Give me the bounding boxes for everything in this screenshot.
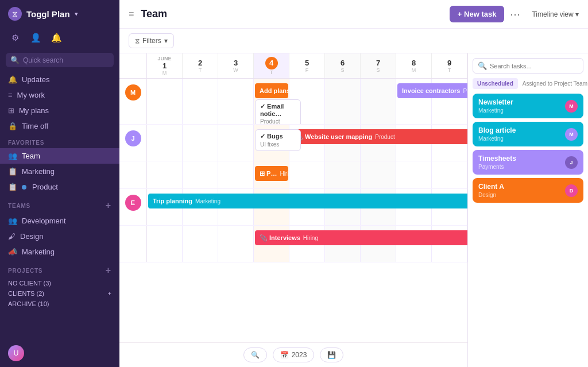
updates-icon: 🔔 (8, 75, 17, 84)
sidebar-item-my-plans[interactable]: ⊞ My plans (0, 103, 119, 118)
app-logo: ⧖ (8, 7, 22, 21)
rp-item-title: Blog article (478, 126, 516, 134)
design-icon: 🖌 (8, 232, 16, 241)
rp-item-newsletter[interactable]: NewsletterMarketingM (473, 94, 583, 118)
main-area: ≡ Team + New task ⋯ Timeline view ▾ ⧖ Fi… (119, 0, 588, 367)
add-project-button[interactable]: + (106, 265, 111, 276)
timeline-col-9: 9T (432, 53, 467, 78)
timeline-body: MAdd plans✓ Email notic…ProductInvoice c… (119, 79, 467, 342)
add-team-button[interactable]: + (106, 200, 111, 211)
task-bar[interactable]: ⊞ P…Hiring (255, 166, 288, 181)
search-input[interactable] (23, 56, 109, 64)
task-bar[interactable]: Add plans (255, 83, 288, 98)
sidebar-item-design[interactable]: 🖌 Design (0, 229, 119, 244)
rp-item-blog_article[interactable]: Blog articleMarketingM (473, 122, 583, 146)
bottom-bar: 🔍 📅 2023 💾 (119, 342, 467, 367)
rp-item-title: Timesheets (478, 154, 516, 163)
product-dot (22, 185, 26, 190)
avatar-erin: E (125, 195, 141, 211)
rp-item-sub: Payments (478, 164, 516, 170)
sidebar-item-my-work[interactable]: ≡ My work (0, 87, 119, 103)
calendar-year-button[interactable]: 📅 2023 (273, 347, 315, 362)
menu-icon: ≡ (129, 9, 134, 20)
my-work-icon: ≡ (8, 91, 13, 99)
avatar-josh: J (125, 130, 141, 146)
new-task-button[interactable]: + New task (450, 6, 505, 22)
tab-unscheduled[interactable]: Unscheduled (473, 78, 518, 89)
save-button[interactable]: 💾 (320, 347, 343, 362)
filter-icon: ⧖ (135, 37, 140, 45)
sidebar-item-label: My plans (19, 106, 49, 115)
topbar: ≡ Team + New task ⋯ Timeline view ▾ (119, 0, 588, 29)
sidebar-icon-people[interactable]: 🔔 (47, 30, 65, 46)
task-bar[interactable]: 📎 Website user mappingProduct (291, 129, 467, 144)
sidebar-item-product[interactable]: 📋 Product (0, 179, 119, 195)
timeline-left-pad (119, 53, 147, 78)
sidebar-nav: 🔔 Updates ≡ My work ⊞ My plans 🔒 Time of… (0, 72, 119, 134)
sidebar-item-team[interactable]: 👥 Team (0, 148, 119, 164)
sidebar-item-marketing-team[interactable]: 📣 Marketing (0, 244, 119, 260)
no-client-item[interactable]: NO CLIENT (3) (0, 278, 119, 288)
rp-item-title: Newsletter (478, 98, 513, 106)
more-options-button[interactable]: ⋯ (510, 8, 520, 21)
calendar-icon: 📅 (280, 351, 289, 359)
filter-button[interactable]: ⧖ Filters ▾ (129, 33, 174, 48)
timeline-main: JUNE1M2T3W4T5F6S7S8M9T10W11T12F13S14S15M… (119, 53, 467, 367)
sidebar-search[interactable]: 🔍 (6, 53, 114, 67)
row-avatar-1: J (119, 125, 147, 161)
task-card[interactable]: ✓ Email notic…Product (255, 99, 301, 124)
timeline-col-7: 7S (361, 53, 396, 78)
sidebar-item-time-off[interactable]: 🔒 Time off (0, 118, 119, 134)
rp-item-avatar: M (565, 128, 578, 141)
task-bar[interactable]: Trip planningMarketing (148, 194, 467, 208)
clients-expand-icon: + (108, 290, 111, 297)
rp-item-avatar: D (565, 184, 578, 197)
sidebar-icon-settings[interactable]: 👤 (26, 30, 45, 46)
row-content-0: Add plans✓ Email notic…ProductInvoice co… (147, 79, 467, 124)
sidebar-item-label: Time off (22, 122, 48, 130)
timeline-col-6: 6S (325, 53, 361, 78)
rp-search[interactable]: 🔍 (473, 58, 583, 74)
archive-item[interactable]: ARCHIVE (10) (0, 299, 119, 309)
sidebar-item-label: Product (32, 183, 58, 191)
row-content-2: ⊞ P…HiringSupport…Dev Op… (147, 161, 467, 188)
task-bar[interactable]: Invoice contractorsPayments (397, 83, 467, 98)
right-panel: 🔍 Unscheduled Assigned to Project Team N… (467, 53, 588, 367)
timeline-col-1: JUNE1M (147, 53, 183, 78)
user-avatar[interactable]: U (8, 345, 24, 361)
sidebar-item-marketing[interactable]: 📋 Marketing (0, 164, 119, 179)
favorites-nav: 👥 Team 📋 Marketing 📋 Product (0, 148, 119, 195)
page-title: Team (141, 8, 167, 20)
toolbar: ⧖ Filters ▾ (119, 29, 588, 53)
save-icon: 💾 (327, 351, 336, 359)
development-icon: 👥 (8, 217, 17, 225)
rp-item-sub: Marketing (478, 136, 516, 142)
timeline-row-1: J✓ BugsUI fixes📎 Website user mappingPro… (119, 125, 467, 161)
clients-item[interactable]: CLIENTS (2) + (0, 288, 119, 299)
sidebar-item-development[interactable]: 👥 Development (0, 213, 119, 229)
task-card[interactable]: ✓ BugsUI fixes (255, 129, 301, 151)
timeline-col-5: 5F (289, 53, 325, 78)
favorites-section-label: FAVORITES (0, 134, 119, 148)
app-name: Toggl Plan (26, 9, 70, 19)
task-bar[interactable]: 📎 InterviewsHiring (255, 230, 467, 245)
timeline-col-8: 8M (396, 53, 432, 78)
rp-item-sub: Design (478, 192, 504, 198)
my-plans-icon: ⊞ (8, 106, 14, 115)
rp-search-input[interactable] (490, 63, 578, 69)
row-avatar-4 (119, 226, 147, 262)
zoom-button[interactable]: 🔍 (243, 347, 267, 362)
rp-item-client_a[interactable]: Client ADesignD (473, 178, 583, 203)
tab-assigned[interactable]: Assigned to Project Team (518, 78, 588, 89)
sidebar: ⧖ Toggl Plan ▾ ⚙ 👤 🔔 🔍 🔔 Updates ≡ My wo… (0, 0, 119, 367)
rp-item-title: Client A (478, 183, 504, 191)
timeline-col-2: 2T (183, 53, 218, 78)
rp-search-icon: 🔍 (478, 61, 487, 70)
sidebar-item-updates[interactable]: 🔔 Updates (0, 72, 119, 87)
rp-items: NewsletterMarketingMBlog articleMarketin… (468, 94, 588, 203)
sidebar-icon-search[interactable]: ⚙ (6, 30, 24, 46)
rp-item-timesheets[interactable]: TimesheetsPaymentsJ (473, 150, 583, 175)
timeline-view-button[interactable]: Timeline view ▾ (532, 10, 579, 18)
projects-section-label: PROJECTS + (0, 260, 119, 278)
rp-item-sub: Marketing (478, 107, 513, 114)
